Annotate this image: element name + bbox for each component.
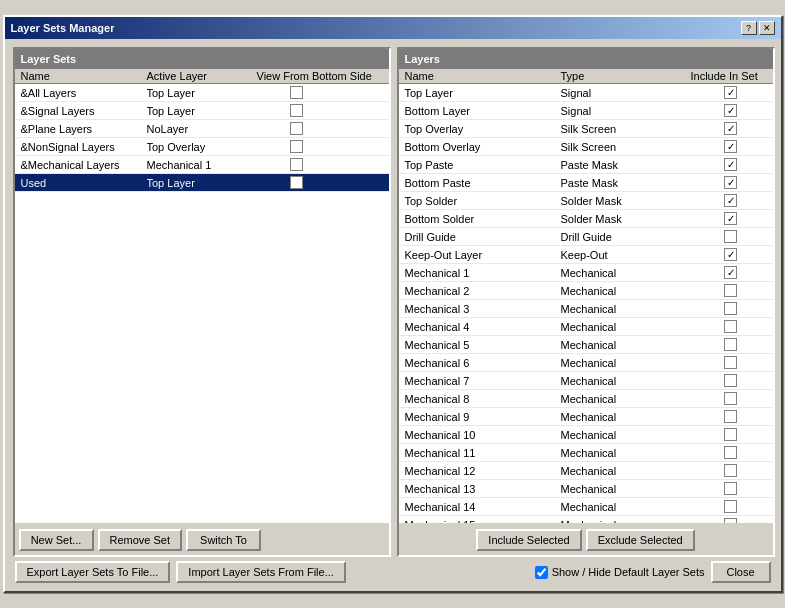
import-layer-sets-button[interactable]: Import Layer Sets From File... <box>176 561 345 583</box>
layer-row[interactable]: Mechanical 2Mechanical <box>399 282 773 300</box>
view-bottom-checkbox[interactable] <box>290 86 303 99</box>
view-bottom-checkbox[interactable] <box>290 158 303 171</box>
include-in-set-checkbox[interactable] <box>724 446 737 459</box>
help-button[interactable]: ? <box>741 21 757 35</box>
layer-row[interactable]: Top SolderSolder Mask <box>399 192 773 210</box>
layer-row[interactable]: Mechanical 9Mechanical <box>399 408 773 426</box>
include-in-set-checkbox[interactable] <box>724 194 737 207</box>
exclude-selected-button[interactable]: Exclude Selected <box>586 529 695 551</box>
show-hide-label[interactable]: Show / Hide Default Layer Sets <box>535 566 705 579</box>
layer-include-cell[interactable] <box>691 176 771 189</box>
close-dialog-button[interactable]: Close <box>711 561 771 583</box>
layer-row[interactable]: Bottom PastePaste Mask <box>399 174 773 192</box>
layer-include-cell[interactable] <box>691 158 771 171</box>
include-in-set-checkbox[interactable] <box>724 212 737 225</box>
new-set-button[interactable]: New Set... <box>19 529 94 551</box>
layer-row[interactable]: Mechanical 13Mechanical <box>399 480 773 498</box>
layer-include-cell[interactable] <box>691 212 771 225</box>
include-in-set-checkbox[interactable] <box>724 104 737 117</box>
layer-row[interactable]: Mechanical 3Mechanical <box>399 300 773 318</box>
include-in-set-checkbox[interactable] <box>724 428 737 441</box>
include-in-set-checkbox[interactable] <box>724 284 737 297</box>
include-in-set-checkbox[interactable] <box>724 482 737 495</box>
layer-include-cell[interactable] <box>691 194 771 207</box>
layer-row[interactable]: Mechanical 8Mechanical <box>399 390 773 408</box>
include-in-set-checkbox[interactable] <box>724 356 737 369</box>
show-hide-checkbox[interactable] <box>535 566 548 579</box>
layer-include-cell[interactable] <box>691 122 771 135</box>
layer-include-cell[interactable] <box>691 140 771 153</box>
layer-include-cell[interactable] <box>691 374 771 387</box>
include-in-set-checkbox[interactable] <box>724 158 737 171</box>
include-in-set-checkbox[interactable] <box>724 230 737 243</box>
view-bottom-checkbox[interactable] <box>290 176 303 189</box>
layer-set-row[interactable]: &All LayersTop Layer <box>15 84 389 102</box>
layer-set-view-cell[interactable] <box>257 104 337 117</box>
layer-row[interactable]: Bottom LayerSignal <box>399 102 773 120</box>
layer-row[interactable]: Mechanical 5Mechanical <box>399 336 773 354</box>
layer-include-cell[interactable] <box>691 356 771 369</box>
layer-include-cell[interactable] <box>691 320 771 333</box>
layer-set-row[interactable]: &NonSignal LayersTop Overlay <box>15 138 389 156</box>
layer-include-cell[interactable] <box>691 266 771 279</box>
include-in-set-checkbox[interactable] <box>724 374 737 387</box>
layer-set-row[interactable]: &Signal LayersTop Layer <box>15 102 389 120</box>
include-in-set-checkbox[interactable] <box>724 176 737 189</box>
layer-row[interactable]: Top OverlaySilk Screen <box>399 120 773 138</box>
switch-to-button[interactable]: Switch To <box>186 529 261 551</box>
layer-row[interactable]: Mechanical 12Mechanical <box>399 462 773 480</box>
layer-row[interactable]: Mechanical 1Mechanical <box>399 264 773 282</box>
include-in-set-checkbox[interactable] <box>724 248 737 261</box>
layer-set-row[interactable]: UsedTop Layer <box>15 174 389 192</box>
layer-set-row[interactable]: &Mechanical LayersMechanical 1 <box>15 156 389 174</box>
layer-row[interactable]: Drill GuideDrill Guide <box>399 228 773 246</box>
layers-list[interactable]: Top LayerSignalBottom LayerSignalTop Ove… <box>399 84 773 523</box>
layer-row[interactable]: Bottom OverlaySilk Screen <box>399 138 773 156</box>
layer-row[interactable]: Mechanical 11Mechanical <box>399 444 773 462</box>
layer-include-cell[interactable] <box>691 392 771 405</box>
layer-include-cell[interactable] <box>691 428 771 441</box>
layer-row[interactable]: Top LayerSignal <box>399 84 773 102</box>
layer-row[interactable]: Mechanical 10Mechanical <box>399 426 773 444</box>
layer-include-cell[interactable] <box>691 410 771 423</box>
layer-include-cell[interactable] <box>691 302 771 315</box>
layer-row[interactable]: Keep-Out LayerKeep-Out <box>399 246 773 264</box>
include-in-set-checkbox[interactable] <box>724 392 737 405</box>
layer-row[interactable]: Top PastePaste Mask <box>399 156 773 174</box>
view-bottom-checkbox[interactable] <box>290 140 303 153</box>
layer-include-cell[interactable] <box>691 482 771 495</box>
include-in-set-checkbox[interactable] <box>724 86 737 99</box>
layer-set-view-cell[interactable] <box>257 158 337 171</box>
layer-include-cell[interactable] <box>691 338 771 351</box>
layer-include-cell[interactable] <box>691 104 771 117</box>
include-in-set-checkbox[interactable] <box>724 500 737 513</box>
layer-set-row[interactable]: &Plane LayersNoLayer <box>15 120 389 138</box>
export-layer-sets-button[interactable]: Export Layer Sets To File... <box>15 561 171 583</box>
include-in-set-checkbox[interactable] <box>724 302 737 315</box>
include-in-set-checkbox[interactable] <box>724 410 737 423</box>
layer-include-cell[interactable] <box>691 464 771 477</box>
layer-include-cell[interactable] <box>691 284 771 297</box>
include-in-set-checkbox[interactable] <box>724 140 737 153</box>
layer-include-cell[interactable] <box>691 248 771 261</box>
layer-include-cell[interactable] <box>691 500 771 513</box>
include-in-set-checkbox[interactable] <box>724 122 737 135</box>
view-bottom-checkbox[interactable] <box>290 104 303 117</box>
layer-set-view-cell[interactable] <box>257 86 337 99</box>
layer-row[interactable]: Mechanical 14Mechanical <box>399 498 773 516</box>
layer-row[interactable]: Mechanical 6Mechanical <box>399 354 773 372</box>
layer-row[interactable]: Mechanical 15Mechanical <box>399 516 773 523</box>
view-bottom-checkbox[interactable] <box>290 122 303 135</box>
layer-sets-list[interactable]: &All LayersTop Layer&Signal LayersTop La… <box>15 84 389 523</box>
close-button[interactable]: ✕ <box>759 21 775 35</box>
include-in-set-checkbox[interactable] <box>724 320 737 333</box>
layer-row[interactable]: Bottom SolderSolder Mask <box>399 210 773 228</box>
layer-row[interactable]: Mechanical 7Mechanical <box>399 372 773 390</box>
remove-set-button[interactable]: Remove Set <box>98 529 183 551</box>
include-in-set-checkbox[interactable] <box>724 338 737 351</box>
layer-include-cell[interactable] <box>691 86 771 99</box>
layer-row[interactable]: Mechanical 4Mechanical <box>399 318 773 336</box>
layer-include-cell[interactable] <box>691 446 771 459</box>
layer-set-view-cell[interactable] <box>257 176 337 189</box>
layer-set-view-cell[interactable] <box>257 140 337 153</box>
